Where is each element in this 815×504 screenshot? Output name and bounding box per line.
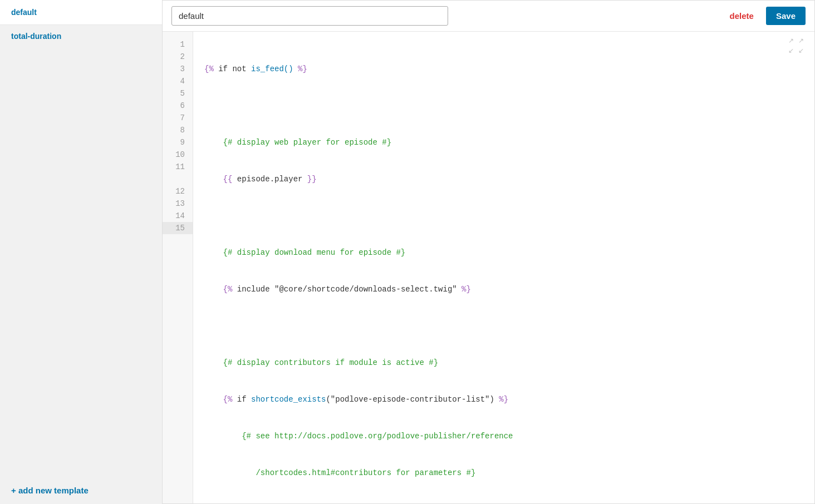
- code-editor-area: 1 2 3 4 5 6 7 8 9 10 11 12 13 14 15 {% i…: [163, 32, 814, 503]
- sidebar-item-default[interactable]: default: [0, 0, 162, 25]
- topbar: delete Save: [163, 1, 814, 32]
- code-line: {# see http://docs.podlove.org/podlove-p…: [204, 430, 803, 442]
- template-name-input[interactable]: [171, 6, 448, 26]
- collapse-icons-row: ↙ ↙: [787, 46, 806, 55]
- line-number: [163, 173, 193, 185]
- line-numbers: 1 2 3 4 5 6 7 8 9 10 11 12 13 14 15: [163, 32, 193, 503]
- editor-controls: ↗ ↗ ↙ ↙: [787, 36, 806, 55]
- code-editor-content[interactable]: {% if not is_feed() %} {# display web pl…: [193, 32, 814, 503]
- code-line: [204, 320, 803, 332]
- line-number: 11: [163, 161, 193, 173]
- line-number: 5: [163, 87, 193, 100]
- code-line: /shortcodes.html#contributors for parame…: [204, 467, 803, 479]
- main-editor-panel: delete Save 1 2 3 4 5 6 7 8 9 10 11: [163, 0, 815, 504]
- line-number: 14: [163, 210, 193, 222]
- delete-button[interactable]: delete: [724, 8, 759, 24]
- line-number: 4: [163, 75, 193, 87]
- line-number: 3: [163, 63, 193, 75]
- code-line: {# display contributors if module is act…: [204, 357, 803, 369]
- sidebar-spacer: [0, 47, 162, 477]
- line-number: 9: [163, 136, 193, 149]
- code-line: {% if not is_feed() %}: [204, 63, 803, 75]
- collapse-icon-bottomleft[interactable]: ↙: [787, 46, 796, 55]
- line-number: 1: [163, 38, 193, 51]
- save-button[interactable]: Save: [766, 7, 806, 25]
- add-new-template-button[interactable]: add new template: [0, 477, 162, 504]
- line-number: 7: [163, 112, 193, 124]
- line-number: 2: [163, 51, 193, 63]
- expand-icon-topright[interactable]: ↗: [797, 36, 806, 45]
- code-line: {{ episode.player }}: [204, 173, 803, 185]
- code-line: [204, 210, 803, 222]
- line-number: 15: [163, 222, 193, 234]
- expand-icons-row: ↗ ↗: [787, 36, 806, 45]
- line-number: 13: [163, 197, 193, 210]
- sidebar: default total-duration add new template: [0, 0, 163, 504]
- expand-icon-topleft[interactable]: ↗: [787, 36, 796, 45]
- line-number: 8: [163, 124, 193, 136]
- sidebar-item-total-duration[interactable]: total-duration: [0, 25, 162, 47]
- code-line: {# display download menu for episode #}: [204, 246, 803, 259]
- code-line: {# display web player for episode #}: [204, 136, 803, 149]
- line-number: 10: [163, 149, 193, 161]
- collapse-icon-bottomright[interactable]: ↙: [797, 46, 806, 55]
- code-line: {% if shortcode_exists("podlove-episode-…: [204, 393, 803, 406]
- code-line: [204, 100, 803, 112]
- line-number: 12: [163, 185, 193, 197]
- line-number: 6: [163, 100, 193, 112]
- code-line: {% include "@core/shortcode/downloads-se…: [204, 283, 803, 295]
